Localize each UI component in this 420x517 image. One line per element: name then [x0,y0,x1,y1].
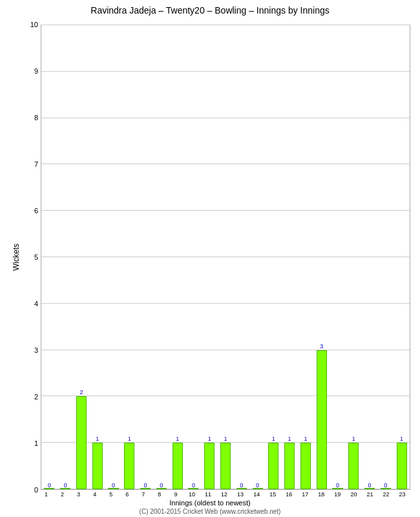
bar-value-4: 1 [89,436,105,443]
x-label-10: 10 [184,491,200,498]
bar-group-19: 0 [330,25,346,489]
bar-group-8: 0 [153,25,169,489]
bar-value-7: 0 [138,482,154,489]
bar-value-5: 0 [105,482,121,489]
bar-group-2: 0 [58,25,74,489]
bar-value-21: 0 [362,482,378,489]
x-label-15: 15 [265,491,281,498]
bar-group-14: 0 [249,25,266,489]
bar-value-8: 0 [153,482,169,489]
bar-12 [220,443,231,489]
x-label-22: 22 [378,491,394,498]
bar-value-20: 1 [346,436,362,443]
bar-group-1: 0 [41,25,58,489]
y-tick-label-4: 4 [23,300,38,308]
bar-group-11: 1 [202,25,218,489]
bar-value-23: 1 [394,436,410,443]
x-label-20: 20 [346,491,362,498]
y-tick-label-8: 8 [23,114,38,121]
bar-group-5: 0 [105,25,121,489]
y-tick-labels: 012345678910 [23,25,38,490]
bar-9 [173,443,183,489]
x-label-8: 8 [151,491,167,498]
bar-group-20: 1 [346,25,362,489]
y-tick-label-0: 0 [23,486,38,494]
x-axis-title: Innings (oldest to newest) [0,499,420,507]
y-tick-label-6: 6 [23,207,38,215]
y-tick-label-5: 5 [23,253,38,261]
bar-value-2: 0 [58,482,74,489]
bar-group-15: 1 [266,25,282,489]
bar-16 [284,443,295,489]
chart-container: Ravindra Jadeja – Twenty20 – Bowling – I… [0,0,420,517]
bar-group-13: 0 [233,25,249,489]
bar-group-6: 1 [121,25,138,489]
bar-value-15: 1 [266,436,282,443]
bar-value-14: 0 [249,482,266,489]
bar-value-22: 0 [377,482,394,489]
y-tick-label-10: 10 [23,21,38,28]
bar-value-12: 1 [218,436,234,443]
bar-group-9: 1 [169,25,185,489]
plot-area: 00210100101100111301001 [41,25,410,490]
bar-18 [317,350,327,489]
bar-group-16: 1 [282,25,298,489]
bar-group-12: 1 [218,25,234,489]
x-label-7: 7 [135,491,151,498]
bar-11 [204,443,215,489]
bar-15 [268,443,278,489]
bar-group-23: 1 [394,25,410,489]
bar-value-17: 1 [298,436,314,443]
bar-group-7: 0 [138,25,154,489]
bar-value-10: 0 [185,482,202,489]
y-axis-label: Wickets [10,25,23,490]
footer: (C) 2001-2015 Cricket Web (www.cricketwe… [0,508,420,515]
x-label-9: 9 [167,491,184,498]
bar-value-13: 0 [233,482,249,489]
x-label-23: 23 [394,491,410,498]
bar-value-9: 1 [169,436,185,443]
x-label-3: 3 [70,491,87,498]
bar-group-3: 2 [74,25,90,489]
x-label-11: 11 [200,491,216,498]
bar-20 [348,443,359,489]
x-label-16: 16 [281,491,297,498]
x-label-19: 19 [330,491,346,498]
bar-3 [76,396,87,489]
bar-group-10: 0 [185,25,202,489]
bar-value-6: 1 [121,436,138,443]
x-label-14: 14 [249,491,265,498]
bar-value-16: 1 [282,436,298,443]
bar-group-17: 1 [298,25,314,489]
y-tick-label-7: 7 [23,160,38,168]
x-label-17: 17 [297,491,313,498]
x-label-12: 12 [216,491,233,498]
x-label-6: 6 [119,491,135,498]
x-label-4: 4 [87,491,103,498]
bar-value-3: 2 [74,389,90,396]
y-tick-label-9: 9 [23,67,38,75]
bar-value-11: 1 [202,436,218,443]
bar-value-1: 0 [41,482,58,489]
chart-title: Ravindra Jadeja – Twenty20 – Bowling – I… [0,0,420,18]
x-label-21: 21 [362,491,378,498]
bar-group-4: 1 [89,25,105,489]
bar-6 [124,443,134,489]
y-tick-label-1: 1 [23,439,38,447]
x-label-13: 13 [233,491,249,498]
bar-group-22: 0 [377,25,394,489]
bar-group-21: 0 [362,25,378,489]
x-labels-container: 1234567891011121314151617181920212223 [38,491,410,498]
bar-group-18: 3 [313,25,330,489]
bar-value-19: 0 [330,482,346,489]
bar-17 [300,443,311,489]
x-label-2: 2 [54,491,70,498]
y-tick-label-3: 3 [23,346,38,354]
x-label-5: 5 [103,491,119,498]
bars-container: 00210100101100111301001 [41,25,410,489]
y-tick-label-2: 2 [23,393,38,401]
x-label-1: 1 [38,491,54,498]
bar-value-18: 3 [313,343,330,350]
x-label-18: 18 [313,491,330,498]
bar-23 [397,443,407,489]
